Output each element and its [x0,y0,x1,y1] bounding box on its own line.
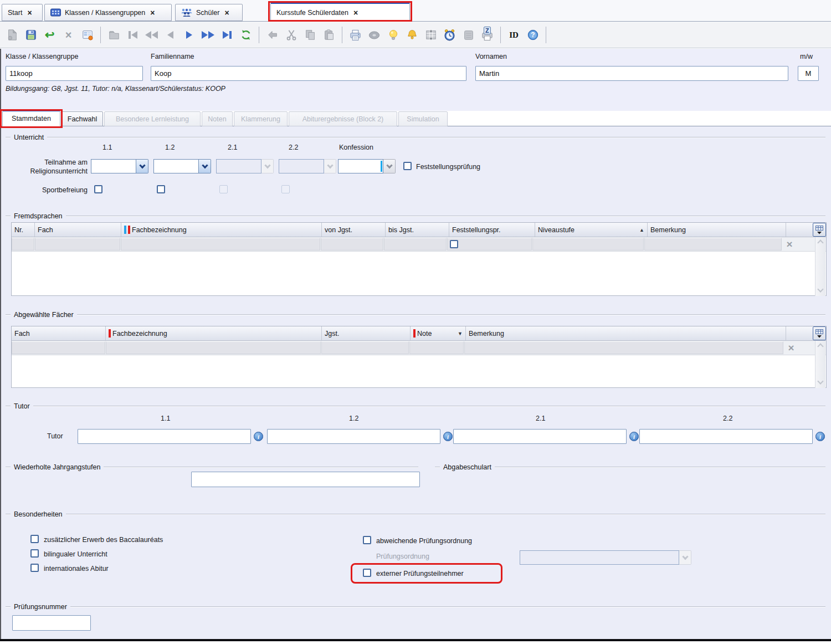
edit-form-button[interactable] [79,26,96,44]
print-z-button[interactable]: Z [479,26,496,44]
religion-11-combobox[interactable] [91,159,148,173]
previous-record-button[interactable] [162,26,179,44]
tutor-22-input[interactable] [639,429,813,444]
tutor-22-info-icon[interactable]: i [815,432,825,441]
religion-12-combobox[interactable] [153,159,211,173]
refresh-button[interactable] [237,26,254,44]
col-bis-jgst[interactable]: bis Jgst. [386,223,449,237]
col-nr[interactable]: Nr. [12,223,35,237]
cell-jgst[interactable] [321,341,409,354]
row-delete-button[interactable]: × [782,237,797,251]
sportbefreiung-12-checkbox[interactable] [157,185,165,193]
abgewaehlte-scrollbar[interactable] [815,341,825,388]
cell-nr[interactable] [12,238,34,251]
tab-klassen-close-icon[interactable]: × [150,8,155,17]
next-record-button[interactable] [181,26,198,44]
cell-fach[interactable] [35,238,120,251]
chevron-down-icon[interactable] [199,159,211,173]
cell-note[interactable] [409,341,464,354]
cell-fachbezeichnung[interactable] [121,238,320,251]
tab-start[interactable]: Start × [2,4,43,21]
delete-button[interactable]: × [60,26,77,44]
fast-forward-button[interactable] [199,26,217,44]
scroll-up-icon[interactable] [817,343,823,349]
disc-button[interactable] [366,26,383,44]
folder-button[interactable] [105,26,122,44]
sportbefreiung-11-checkbox[interactable] [94,185,102,193]
chevron-down-icon[interactable] [383,159,396,173]
vornamen-input[interactable] [475,66,788,81]
row-feststellungspr-checkbox[interactable] [450,240,458,248]
help-button[interactable]: ? [524,26,541,44]
col-bemerkung[interactable]: Bemerkung [648,223,786,237]
new-record-button[interactable] [3,26,20,44]
fremdsprachen-empty-row[interactable]: × [12,237,826,252]
cell-bemerkung[interactable] [464,341,783,354]
col-note[interactable]: Note▼ [411,326,466,340]
hint-button[interactable] [384,26,402,44]
col-fachbezeichnung[interactable]: Fachbezeichnung [121,223,322,237]
tutor-12-input[interactable] [267,429,440,444]
internationales-abitur-checkbox[interactable] [30,564,39,572]
tutor-11-input[interactable] [78,429,251,444]
copy-button[interactable] [301,26,319,44]
col-fach[interactable]: Fach [12,326,106,340]
back-button[interactable] [264,26,281,44]
col-feststellungspr[interactable]: Feststellungspr. [449,223,535,237]
chevron-down-icon[interactable] [136,159,148,173]
tab-klassen[interactable]: Klassen / Klassengruppen × [44,4,172,21]
cell-feststellungspr[interactable] [447,238,532,251]
cut-button[interactable] [283,26,300,44]
subtab-fachwahl[interactable]: Fachwahl [61,111,103,126]
tab-start-close-icon[interactable]: × [27,8,32,17]
fremdsprachen-scrollbar[interactable] [815,237,825,296]
tutor-11-info-icon[interactable]: i [254,432,263,441]
cell-fach[interactable] [12,341,105,354]
notes-button[interactable] [460,26,477,44]
wiederholte-jahrgangstufen-input[interactable] [191,472,420,487]
undo-button[interactable]: ↩ [41,26,58,44]
mw-input[interactable] [798,66,819,81]
col-bemerkung[interactable]: Bemerkung [466,326,786,340]
fremdsprachen-table-config-button[interactable] [813,223,826,237]
save-button[interactable] [22,26,39,44]
konfession-combobox[interactable] [338,159,396,173]
bilingual-checkbox[interactable] [30,549,39,558]
cell-niveaustufe[interactable] [532,238,644,251]
tab-schueler-close-icon[interactable]: × [224,8,229,17]
tab-schueler[interactable]: Schüler × [175,4,243,21]
cell-bis-jgst[interactable] [384,238,447,251]
col-fach[interactable]: Fach [35,223,121,237]
tutor-12-info-icon[interactable]: i [443,432,453,441]
paste-button[interactable] [320,26,337,44]
col-fachbezeichnung[interactable]: Fachbezeichnung [106,326,322,340]
col-niveaustufe[interactable]: Niveaustufe▲ [535,223,648,237]
last-record-button[interactable] [218,26,235,44]
first-record-button[interactable] [124,26,141,44]
notify-button[interactable] [403,26,420,44]
scroll-up-icon[interactable] [817,239,823,246]
familienname-input[interactable] [151,66,466,81]
abweichende-pruefungsordnung-checkbox[interactable] [363,536,371,544]
scroll-down-icon[interactable] [817,378,823,384]
klasse-input[interactable] [6,66,143,81]
tutor-21-info-icon[interactable]: i [629,432,639,441]
fast-backward-button[interactable] [143,26,160,44]
tutor-21-input[interactable] [453,429,627,444]
col-von-jgst[interactable]: von Jgst. [322,223,386,237]
abgewaehlte-empty-row[interactable]: × [12,341,826,355]
row-delete-button[interactable]: × [784,341,798,355]
baccalaureat-checkbox[interactable] [30,535,39,543]
transfer-button[interactable] [422,26,439,44]
cell-von-jgst[interactable] [321,238,383,251]
col-jgst[interactable]: Jgst. [322,326,411,340]
print-button[interactable] [347,26,364,44]
reminder-button[interactable] [441,26,458,44]
feststellungspruefung-checkbox[interactable] [403,162,412,170]
cell-bemerkung[interactable] [644,238,782,251]
abgewaehlte-table-config-button[interactable] [813,326,826,340]
cell-fachbezeichnung[interactable] [106,341,321,354]
pruefungsnummer-input[interactable] [12,615,91,631]
scroll-down-icon[interactable] [817,286,823,292]
id-button[interactable]: ID [505,26,522,44]
